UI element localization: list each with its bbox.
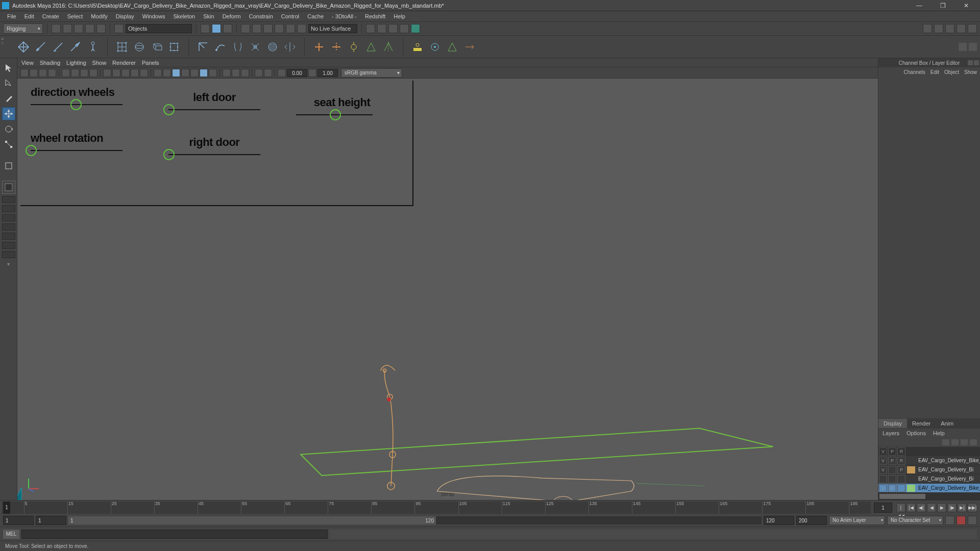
vp-gamma-toggle[interactable]	[308, 69, 316, 77]
layer-scrollbar[interactable]	[878, 493, 980, 500]
layer-menu-options[interactable]: Options	[906, 430, 926, 436]
two-side-layout[interactable]	[2, 205, 15, 212]
layer-r-toggle[interactable]	[897, 475, 905, 483]
layout-menu[interactable]: ▾	[2, 260, 15, 267]
display-layer-row[interactable]: EAV_Cargo_Delivery_Bi	[878, 474, 980, 484]
orient-joint-icon[interactable]	[347, 40, 361, 54]
mirror-weights-icon[interactable]	[283, 40, 297, 54]
character-set-dropdown[interactable]: No Character Set	[887, 516, 943, 525]
shelf-close-icon[interactable]	[969, 43, 977, 51]
layer-v-toggle[interactable]: V	[879, 466, 887, 474]
render-frame-button[interactable]	[366, 24, 375, 33]
hypershade-button[interactable]	[411, 24, 420, 33]
vp-isolate[interactable]	[223, 69, 231, 77]
step-forward-key-button[interactable]: ▶|	[958, 503, 967, 512]
time-end-field[interactable]: 1	[874, 503, 892, 513]
vp-shadows[interactable]	[190, 69, 199, 77]
constraint-orient-icon[interactable]	[462, 40, 477, 54]
layer-move-up-icon[interactable]	[942, 439, 949, 445]
layer-tab-display[interactable]: Display	[878, 419, 907, 428]
maya-home-icon[interactable]	[17, 487, 22, 500]
menu--dtoall-[interactable]: - 3DtoAll -	[328, 12, 361, 20]
layer-v-toggle[interactable]: V	[879, 484, 887, 492]
layer-color-swatch[interactable]	[907, 485, 915, 492]
vp-textured[interactable]	[172, 69, 180, 77]
constraint-parent-icon[interactable]	[410, 40, 425, 54]
snap-to-face-icon[interactable]	[51, 40, 65, 54]
command-input[interactable]	[21, 530, 328, 539]
step-back-frame-button[interactable]: ◀|	[917, 503, 926, 512]
menu-cache[interactable]: Cache	[303, 12, 328, 20]
snap-curve-button[interactable]	[212, 24, 221, 33]
layer-color-swatch[interactable]	[907, 457, 915, 464]
panel-layout-3[interactable]	[957, 24, 966, 33]
go-to-end-button[interactable]: ▶▶|	[968, 503, 977, 512]
step-forward-frame-button[interactable]: |▶	[947, 503, 957, 512]
vp-menu-shading[interactable]: Shading	[40, 60, 60, 66]
vp-menu-view[interactable]: View	[21, 60, 34, 66]
wrap-icon[interactable]	[167, 40, 181, 54]
menu-modify[interactable]: Modify	[87, 12, 111, 20]
move-tool[interactable]	[2, 107, 15, 120]
play-backward-button[interactable]: ◀	[927, 503, 936, 512]
layer-r-toggle[interactable]	[897, 484, 905, 492]
cluster-icon[interactable]	[150, 40, 164, 54]
layer-move-down-icon[interactable]	[951, 439, 959, 445]
layer-r-toggle[interactable]: P	[897, 466, 905, 474]
live-surface-field[interactable]	[308, 24, 357, 33]
layer-p-toggle[interactable]: P	[888, 484, 896, 492]
panel-layout-2[interactable]	[945, 24, 954, 33]
constraint-point-icon[interactable]	[428, 40, 442, 54]
layer-color-swatch[interactable]	[907, 475, 915, 483]
go-to-start-button[interactable]: |◀◀	[896, 503, 905, 512]
vp-view-transform-dropdown[interactable]: sRGB gamma	[341, 68, 402, 78]
make-live-button[interactable]	[297, 24, 306, 33]
layer-menu-layers[interactable]: Layers	[883, 430, 899, 436]
history-toggle[interactable]	[241, 24, 250, 33]
detach-skin-icon[interactable]	[248, 40, 262, 54]
vp-gamma-value[interactable]: 1.00	[317, 69, 338, 77]
layer-v-toggle[interactable]: V	[879, 457, 887, 465]
set-key-button[interactable]	[957, 516, 966, 525]
last-tool[interactable]	[2, 159, 15, 172]
vp-xray-joints[interactable]	[241, 69, 249, 77]
ik-spline-icon[interactable]	[213, 40, 228, 54]
open-scene-button[interactable]	[63, 24, 72, 33]
display-layer-row[interactable]: VPREAV_Cargo_Delivery_Bike_Am	[878, 456, 980, 465]
sym-off-button[interactable]	[286, 24, 295, 33]
render-settings-button[interactable]	[388, 24, 398, 33]
joint-tool-icon[interactable]	[86, 40, 100, 54]
single-pane-layout[interactable]	[2, 181, 15, 194]
cb-menu-show[interactable]: Show	[964, 69, 977, 75]
redo-button[interactable]	[96, 24, 106, 33]
vp-film-gate[interactable]	[89, 69, 97, 77]
script-language-toggle[interactable]: MEL	[3, 530, 19, 539]
render-view-button[interactable]	[400, 24, 409, 33]
bind-skin-icon[interactable]	[231, 40, 245, 54]
vp-lock-camera[interactable]	[30, 69, 38, 77]
vp-grid[interactable]	[80, 69, 88, 77]
vp-ao[interactable]	[200, 69, 208, 77]
select-mode-hierarchy[interactable]	[114, 24, 124, 33]
vp-use-lights[interactable]	[181, 69, 189, 77]
layer-r-toggle[interactable]: R	[897, 457, 905, 465]
vp-exposure-toggle[interactable]	[278, 69, 286, 77]
display-layer-row[interactable]: VPEAV_Cargo_Delivery_Bike_A	[878, 484, 980, 493]
playback-start-field[interactable]: 1	[36, 516, 66, 525]
selection-filter-input[interactable]	[126, 24, 192, 33]
remove-joint-icon[interactable]	[329, 40, 344, 54]
cb-menu-object[interactable]: Object	[944, 69, 959, 75]
current-time-marker[interactable]: 1	[3, 502, 10, 514]
add-joint-icon[interactable]	[312, 40, 326, 54]
vp-depth-of-field[interactable]	[264, 69, 272, 77]
persp-graph-layout[interactable]	[2, 233, 15, 240]
rotate-tool[interactable]	[2, 122, 15, 136]
vp-wireframe[interactable]	[154, 69, 162, 77]
layer-p-toggle[interactable]	[888, 475, 896, 483]
menu-help[interactable]: Help	[389, 12, 409, 20]
vp-grease-pencil[interactable]	[71, 69, 79, 77]
vp-exposure-value[interactable]: 0.00	[287, 69, 307, 77]
snap-point-button[interactable]	[223, 24, 232, 33]
cb-menu-edit[interactable]: Edit	[930, 69, 939, 75]
paint-weights-icon[interactable]	[265, 40, 280, 54]
